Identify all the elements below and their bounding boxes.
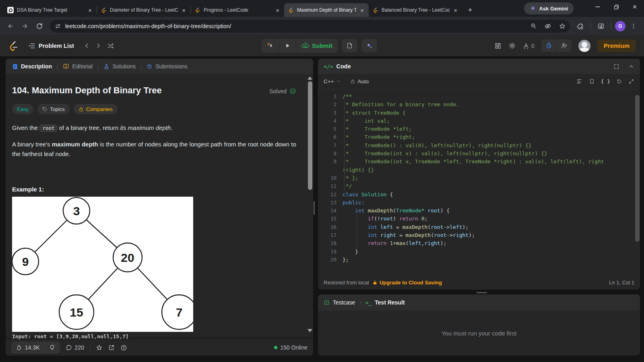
code-line[interactable]: 8 * TreeNode(int x) : val(x), left(nullp…	[318, 150, 640, 158]
leetcode-logo[interactable]	[8, 41, 19, 51]
editor-scrollbar[interactable]	[635, 95, 640, 242]
premium-button[interactable]: Premium	[597, 39, 636, 52]
panel-resize-handle-horizontal[interactable]	[477, 292, 487, 293]
dislike-button[interactable]	[44, 341, 60, 354]
code-line[interactable]: 5 * TreeNode *left;	[318, 125, 640, 133]
code-line[interactable]: 11 */	[318, 182, 640, 190]
browser-tab[interactable]: Progress - LeetCode×	[191, 3, 284, 17]
code-line[interactable]: 14 int maxDepth(TreeNode* root) {	[318, 207, 640, 215]
zoom-page-icon[interactable]	[528, 21, 539, 31]
back-button[interactable]	[4, 20, 17, 33]
tab-solutions[interactable]: Solutions	[103, 63, 136, 70]
browser-tab[interactable]: DSA Binary Tree Target×	[3, 3, 97, 17]
window-restore-button[interactable]	[607, 0, 625, 14]
profile-avatar[interactable]: G	[615, 21, 625, 31]
bookmark-star-icon[interactable]	[557, 21, 568, 31]
scrollbar-up-arrow[interactable]	[308, 76, 312, 80]
reload-button[interactable]	[33, 20, 46, 33]
code-line[interactable]: 7 * TreeNode() : val(0), left(nullptr), …	[318, 142, 640, 150]
code-line[interactable]: 15 if(!root) return 0;	[318, 215, 640, 223]
layout-grid-icon[interactable]	[494, 42, 502, 49]
code-line[interactable]: 12class Solution {	[318, 191, 640, 199]
code-line[interactable]: 9 * TreeNode(int x, TreeNode *left, Tree…	[318, 158, 640, 166]
reset-code-icon[interactable]	[616, 78, 622, 84]
favorite-button[interactable]	[96, 344, 103, 351]
ask-gemini-button[interactable]: Ask Gemini	[524, 2, 574, 14]
code-line[interactable]: 6 * TreeNode *right;	[318, 133, 640, 141]
extensions-icon[interactable]	[574, 20, 587, 33]
comments-button[interactable]: 220	[66, 344, 84, 351]
new-tab-button[interactable]: +	[464, 4, 476, 16]
url-bar[interactable]: leetcode.com/problems/maximum-depth-of-b…	[50, 20, 570, 33]
user-avatar[interactable]	[578, 40, 590, 52]
code-line[interactable]: 16 int left = maxDepth(root->left);	[318, 223, 640, 231]
like-button[interactable]: 14.3K	[11, 341, 44, 354]
notes-button[interactable]	[342, 39, 357, 52]
browser-menu-icon[interactable]	[627, 20, 640, 33]
description-scrollbar[interactable]	[308, 81, 312, 190]
code-editor[interactable]: 1/**2 * Definition for a binary tree nod…	[318, 89, 640, 275]
tab-description[interactable]: Description	[11, 63, 53, 70]
streak-counter[interactable]: 0	[523, 43, 535, 49]
companies-chip[interactable]: Companies	[74, 104, 118, 114]
code-line[interactable]: 3 * struct TreeNode {	[318, 109, 640, 117]
window-minimize-button[interactable]	[588, 0, 607, 14]
window-close-button[interactable]: ×	[625, 0, 644, 14]
collaborate-button[interactable]	[556, 39, 572, 52]
url-text[interactable]: leetcode.com/problems/maximum-depth-of-b…	[65, 23, 524, 29]
code-line[interactable]: 1/**	[318, 93, 640, 101]
collapse-panel-icon[interactable]	[628, 64, 634, 70]
tab-close-icon[interactable]: ×	[181, 7, 186, 14]
tab-test-result[interactable]: >_ Test Result	[365, 299, 405, 306]
debugger-button[interactable]	[262, 39, 279, 53]
code-line[interactable]: 20};	[318, 256, 640, 264]
tab-close-icon[interactable]: ×	[87, 7, 93, 14]
ai-assistant-button[interactable]	[361, 39, 377, 52]
feedback-button[interactable]	[120, 344, 127, 351]
code-line[interactable]: 13public:	[318, 199, 640, 207]
next-question-button[interactable]	[95, 43, 101, 49]
cloud-saving-link[interactable]: Upgrade to Cloud Saving	[372, 280, 442, 286]
code-line[interactable]: (right) {}	[318, 166, 640, 174]
code-line[interactable]: 17 int right = maxDepth(root->right);	[318, 231, 640, 239]
difficulty-badge[interactable]: Easy	[12, 104, 33, 114]
problem-list-button[interactable]: Problem List	[28, 42, 74, 49]
tab-editorial[interactable]: Editorial	[62, 63, 93, 70]
hidden-eye-icon[interactable]	[543, 21, 553, 31]
code-line[interactable]: 4 * int val;	[318, 117, 640, 125]
tab-submissions[interactable]: Submissions	[146, 63, 188, 70]
submit-button[interactable]: Submit	[296, 39, 338, 53]
code-line[interactable]: 10 * };	[318, 174, 640, 182]
browser-tab[interactable]: Maximum Depth of Binary Tree×	[284, 3, 369, 17]
tab-close-icon[interactable]: ×	[453, 7, 458, 14]
side-panel-icon[interactable]	[594, 20, 607, 33]
tab-close-icon[interactable]: ×	[275, 7, 280, 14]
site-info-icon[interactable]	[55, 23, 61, 29]
code-line[interactable]: 2 * Definition for a binary tree node.	[318, 101, 640, 109]
code-line[interactable]: 19 }	[318, 248, 640, 256]
settings-gear-icon[interactable]	[508, 42, 516, 49]
browser-tab[interactable]: Diameter of Binary Tree - LeetC×	[97, 3, 190, 17]
forward-button[interactable]	[19, 20, 31, 33]
code-line[interactable]: 18 return 1+max(left,right);	[318, 239, 640, 247]
prev-question-button[interactable]	[84, 43, 90, 49]
language-selector[interactable]: C++	[324, 78, 341, 84]
fullscreen-editor-icon[interactable]	[628, 78, 634, 84]
tab-close-icon[interactable]: ×	[359, 7, 365, 14]
timer-button[interactable]	[541, 39, 556, 52]
share-button[interactable]	[108, 344, 115, 351]
online-dot	[274, 346, 277, 349]
format-code-icon[interactable]	[576, 78, 583, 84]
line-number: 10	[318, 174, 336, 182]
topics-chip[interactable]: Topics	[37, 104, 70, 114]
browser-tab[interactable]: Balanced Binary Tree - LeetCod×	[369, 3, 462, 17]
tab-testcase[interactable]: Testcase	[324, 299, 355, 306]
random-question-button[interactable]	[107, 42, 114, 49]
snippets-icon[interactable]: { }	[601, 78, 610, 84]
auto-save-toggle[interactable]: Auto	[350, 78, 369, 84]
bookmark-icon[interactable]	[589, 78, 595, 84]
run-button[interactable]	[279, 39, 296, 53]
scrollbar-down-arrow[interactable]	[308, 329, 312, 332]
expand-panel-icon[interactable]	[613, 64, 619, 70]
panel-resize-handle-vertical[interactable]	[314, 201, 315, 215]
